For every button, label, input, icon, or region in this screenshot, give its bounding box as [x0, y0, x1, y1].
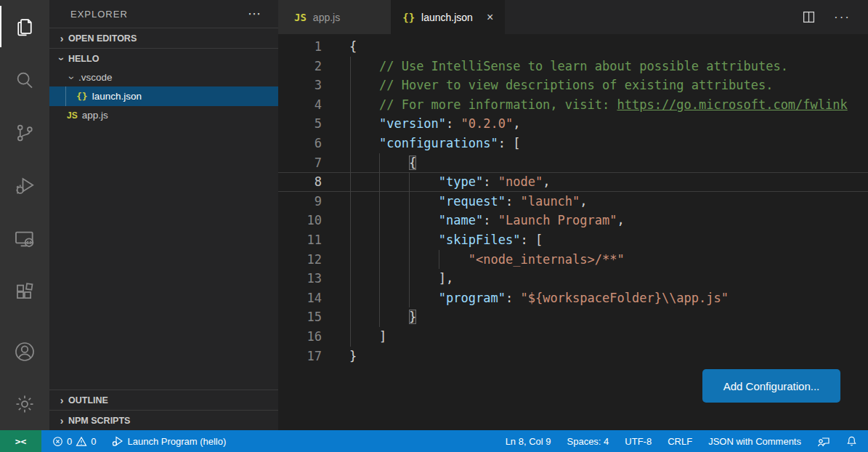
run-and-debug-icon[interactable]: [0, 159, 49, 212]
debug-launch-status[interactable]: Launch Program (hello): [105, 430, 232, 452]
tree-item-app-js[interactable]: JS app.js: [49, 106, 278, 124]
tab-launch-json[interactable]: {} launch.json ×: [391, 0, 505, 34]
code-line-1[interactable]: 1{: [278, 37, 868, 57]
chevron-right-icon: ›: [55, 415, 68, 427]
settings-gear-icon[interactable]: [0, 378, 49, 430]
code-line-12[interactable]: 12 "<node_internals>/**": [278, 250, 868, 270]
line-number: 10: [278, 211, 322, 230]
code-line-13[interactable]: 13 ],: [278, 269, 868, 288]
sidebar-title: EXPLORER: [70, 9, 128, 20]
feedback-button[interactable]: [811, 430, 837, 452]
indent-guide: [379, 153, 380, 327]
line-number: 1: [278, 37, 322, 57]
line-number: 3: [278, 76, 322, 95]
line-number: 2: [278, 57, 322, 76]
tab-label: launch.json: [421, 12, 473, 23]
accounts-icon[interactable]: [0, 326, 49, 378]
encoding-label: UTF-8: [625, 436, 652, 447]
split-editor-icon[interactable]: [803, 11, 815, 23]
eol-setting[interactable]: CRLF: [661, 430, 699, 452]
code-text: "type": "node",: [322, 172, 550, 192]
code-line-6[interactable]: 6 "configurations": [: [278, 134, 868, 153]
js-file-icon: JS: [67, 110, 78, 121]
json-file-icon: {}: [76, 91, 88, 102]
indent-guide: [409, 172, 410, 307]
search-icon[interactable]: [0, 53, 49, 106]
problems-indicator[interactable]: 0 0: [46, 430, 102, 452]
line-number: 7: [278, 153, 322, 173]
code-line-16[interactable]: 16 ]: [278, 327, 868, 347]
warning-count: 0: [91, 436, 96, 447]
open-editors-section[interactable]: › OPEN EDITORS: [49, 28, 278, 48]
editor-group: JS app.js {} launch.json × ···: [278, 0, 868, 430]
code-line-8[interactable]: 8 "type": "node",: [278, 172, 868, 192]
line-number: 13: [278, 269, 322, 288]
sidebar-more-actions-icon[interactable]: ⋯: [248, 10, 262, 17]
indentation-label: Spaces: 4: [567, 436, 609, 447]
language-mode[interactable]: JSON with Comments: [702, 430, 808, 452]
source-control-icon[interactable]: [0, 106, 49, 159]
main-area: EXPLORER ⋯ › OPEN EDITORS › HELLO › .vsc…: [0, 0, 868, 430]
line-number: 11: [278, 230, 322, 250]
line-number: 6: [278, 134, 322, 153]
code-text: ],: [322, 269, 453, 288]
extensions-icon[interactable]: [0, 265, 49, 318]
code-line-11[interactable]: 11 "skipFiles": [: [278, 230, 868, 250]
code-text: {: [322, 37, 357, 57]
explorer-icon[interactable]: [0, 0, 49, 53]
tab-app-js[interactable]: JS app.js: [278, 0, 391, 34]
notifications-button[interactable]: [840, 430, 864, 452]
code-text: "<node_internals>/**": [322, 250, 625, 270]
debug-target-label: Launch Program (hello): [127, 436, 226, 447]
tab-label: app.js: [313, 12, 340, 23]
more-actions-icon[interactable]: ···: [834, 15, 851, 20]
code-editor[interactable]: 1{2 // Use IntelliSense to learn about p…: [278, 34, 868, 430]
code-line-10[interactable]: 10 "name": "Launch Program",: [278, 211, 868, 230]
warning-icon: [76, 436, 87, 447]
error-icon: [52, 436, 63, 447]
code-line-14[interactable]: 14 "program": "${workspaceFolder}\\app.j…: [278, 288, 868, 308]
activity-bar: [0, 0, 49, 430]
code-text: "skipFiles": [: [322, 230, 543, 250]
outline-label: OUTLINE: [68, 395, 108, 405]
editor-actions: ···: [785, 0, 868, 34]
code-line-2[interactable]: 2 // Use IntelliSense to learn about pos…: [278, 57, 868, 76]
remote-indicator[interactable]: ><: [0, 430, 41, 452]
code-text: {: [322, 153, 416, 173]
status-bar-right: Ln 8, Col 9 Spaces: 4 UTF-8 CRLF JSON wi…: [499, 430, 864, 452]
tree-item-vscode[interactable]: › .vscode: [49, 68, 278, 86]
npm-scripts-section[interactable]: › NPM SCRIPTS: [49, 410, 278, 430]
folder-section-hello[interactable]: › HELLO: [49, 48, 278, 68]
close-icon[interactable]: ×: [487, 12, 493, 23]
code-line-15[interactable]: 15 }: [278, 307, 868, 327]
code-line-4[interactable]: 4 // For more information, visit: https:…: [278, 95, 868, 115]
code-text: ]: [322, 327, 386, 347]
add-configuration-button[interactable]: Add Configuration...: [702, 369, 840, 403]
outline-section[interactable]: › OUTLINE: [49, 390, 278, 410]
code-text: "request": "launch",: [322, 192, 588, 211]
language-mode-label: JSON with Comments: [708, 436, 801, 447]
code-line-9[interactable]: 9 "request": "launch",: [278, 192, 868, 211]
indentation-setting[interactable]: Spaces: 4: [561, 430, 616, 452]
remote-explorer-icon[interactable]: [0, 212, 49, 265]
npm-scripts-label: NPM SCRIPTS: [68, 416, 130, 426]
encoding-setting[interactable]: UTF-8: [618, 430, 658, 452]
feedback-icon: [817, 435, 830, 447]
code-line-3[interactable]: 3 // Hover to view descriptions of exist…: [278, 76, 868, 95]
cursor-position-label: Ln 8, Col 9: [506, 436, 551, 447]
line-number: 15: [278, 307, 322, 327]
line-number: 14: [278, 288, 322, 308]
code-line-17[interactable]: 17}: [278, 347, 868, 366]
bell-icon: [846, 435, 857, 447]
open-editors-label: OPEN EDITORS: [68, 33, 137, 44]
line-number: 9: [278, 192, 322, 211]
code-line-7[interactable]: 7 {: [278, 153, 868, 173]
code-text: "configurations": [: [322, 134, 520, 153]
code-line-5[interactable]: 5 "version": "0.2.0",: [278, 114, 868, 134]
chevron-right-icon: ›: [55, 33, 68, 44]
code-text: // Use IntelliSense to learn about possi…: [322, 57, 788, 76]
cursor-position[interactable]: Ln 8, Col 9: [499, 430, 558, 452]
tree-item-launch-json[interactable]: {} launch.json: [49, 86, 278, 106]
code-text: // For more information, visit: https://…: [322, 95, 848, 115]
line-number: 12: [278, 250, 322, 270]
